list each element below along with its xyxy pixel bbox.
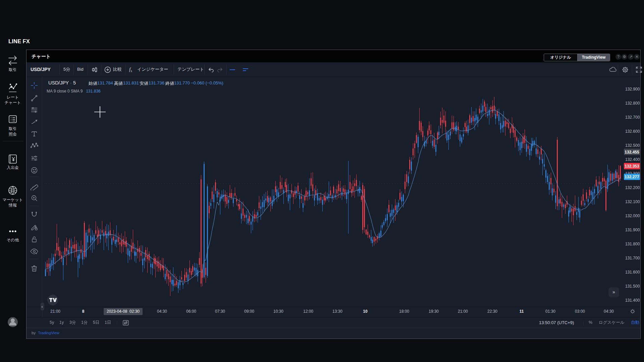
svg-text:21:00: 21:00	[50, 309, 60, 314]
svg-text:07:30: 07:30	[215, 309, 225, 314]
svg-text:132.700: 132.700	[625, 115, 640, 120]
svg-text:131.500: 131.500	[625, 284, 640, 289]
svg-text:132.400: 132.400	[625, 157, 640, 162]
svg-text:132.100: 132.100	[625, 199, 640, 204]
svg-text:04:30: 04:30	[604, 309, 614, 314]
svg-text:04:30: 04:30	[157, 309, 167, 314]
svg-text:03:00: 03:00	[575, 309, 585, 314]
svg-text:132.600: 132.600	[625, 129, 640, 134]
svg-text:131.400: 131.400	[625, 298, 640, 303]
svg-text:131.900: 131.900	[625, 228, 640, 232]
svg-text:131.600: 131.600	[625, 270, 640, 275]
svg-text:21:00: 21:00	[458, 309, 468, 314]
svg-text:131.800: 131.800	[625, 242, 640, 246]
svg-text:10: 10	[363, 309, 368, 314]
svg-text:132.800: 132.800	[625, 101, 640, 106]
svg-text:132.000: 132.000	[625, 214, 640, 218]
svg-text:132.200: 132.200	[625, 185, 640, 190]
svg-text:10:30: 10:30	[273, 309, 283, 314]
svg-text:06:00: 06:00	[186, 309, 196, 314]
svg-text:13:30: 13:30	[332, 309, 342, 314]
svg-text:18:00: 18:00	[399, 309, 409, 314]
svg-text:19:30: 19:30	[429, 309, 439, 314]
svg-text:12:00: 12:00	[303, 309, 313, 314]
svg-text:01:30: 01:30	[545, 309, 555, 314]
svg-text:11: 11	[520, 309, 524, 314]
svg-text:132.353: 132.353	[625, 164, 639, 169]
svg-text:132.277: 132.277	[625, 175, 639, 179]
svg-text:131.700: 131.700	[625, 256, 640, 260]
svg-text:132.500: 132.500	[625, 143, 640, 148]
svg-text:09:00: 09:00	[244, 309, 254, 314]
svg-text:132.455: 132.455	[625, 150, 639, 155]
svg-text:‹: ‹	[42, 304, 43, 309]
svg-text:22:30: 22:30	[487, 309, 497, 314]
svg-text:132.900: 132.900	[625, 87, 640, 92]
svg-text:8: 8	[82, 309, 85, 314]
